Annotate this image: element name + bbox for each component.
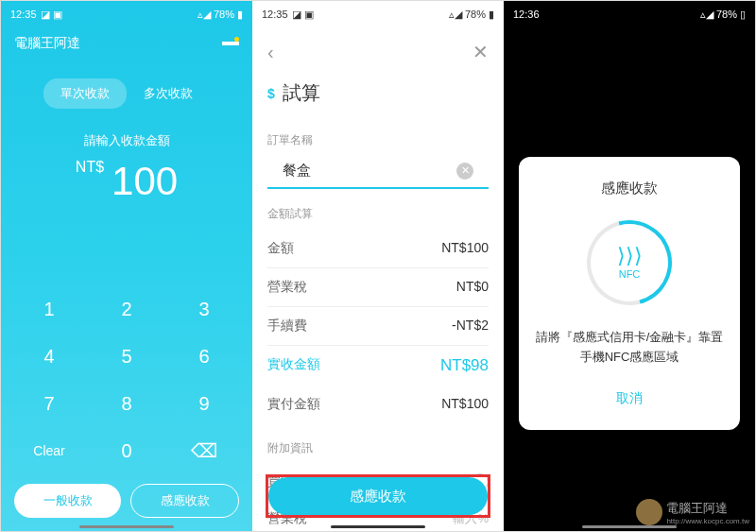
nav-bar[interactable] — [582, 525, 677, 528]
nfc-waves-icon: ⟩⟩⟩ — [617, 246, 643, 266]
row-tax: 營業稅NT$0 — [252, 268, 504, 306]
wifi-icon: ▵◢ — [700, 9, 713, 21]
status-bar: 12:35◪ ▣ ▵◢78%▮ — [252, 1, 504, 27]
key-6[interactable]: 6 — [165, 333, 243, 380]
order-name-value: 餐盒 — [283, 162, 311, 180]
watermark: 電腦王阿達 http://www.kocpc.com.tw — [636, 499, 749, 525]
wifi-icon: ▵◢ — [198, 9, 211, 21]
row-fee: 手續費-NT$2 — [252, 307, 504, 345]
status-time: 12:36 — [513, 9, 540, 20]
status-bar: 12:36 ▵◢78%▯ — [504, 1, 755, 27]
clear-input-icon[interactable]: ✕ — [456, 163, 473, 180]
nav-bar[interactable] — [79, 525, 174, 528]
tab-multi-payment[interactable]: 多次收款 — [127, 78, 210, 109]
dialog-title: 感應收款 — [534, 180, 725, 197]
key-9[interactable]: 9 — [165, 380, 243, 427]
watermark-brand: 電腦王阿達 — [666, 500, 749, 517]
status-indicator-icon: ◪ ▣ — [292, 9, 314, 21]
key-7[interactable]: 7 — [10, 380, 88, 427]
nfc-payment-submit-button[interactable]: 感應收款 — [268, 477, 488, 515]
watermark-logo-icon — [636, 499, 662, 525]
key-2[interactable]: 2 — [88, 285, 165, 333]
close-icon[interactable]: ✕ — [472, 41, 489, 63]
phone-nfc-dialog: 12:36 ▵◢78%▯ 感應收款 ⟩⟩⟩ NFC 請將『感應式信用卡/金融卡』… — [504, 1, 755, 531]
page-title-row: $ 試算 — [252, 77, 504, 121]
wifi-icon: ▵◢ — [449, 9, 462, 21]
normal-payment-button[interactable]: 一般收款 — [14, 484, 121, 518]
battery-icon: ▮ — [237, 9, 243, 21]
menu-icon[interactable] — [222, 42, 239, 45]
battery-icon: ▮ — [489, 9, 494, 21]
currency-label: NT$ — [76, 159, 104, 175]
dollar-icon: $ — [267, 86, 275, 101]
nfc-payment-button[interactable]: 感應收款 — [130, 484, 239, 518]
page-title: 試算 — [283, 80, 320, 106]
status-indicator-icon: ◪ ▣ — [41, 9, 62, 21]
back-icon[interactable]: ‹ — [267, 42, 274, 63]
row-amount: 金額NT$100 — [252, 230, 504, 267]
key-backspace[interactable]: ⌫ — [165, 427, 243, 474]
app-title: 電腦王阿達 — [14, 35, 80, 52]
calculation-label: 金額試算 — [252, 189, 504, 230]
key-8[interactable]: 8 — [88, 380, 165, 427]
submit-highlight: 感應收款 — [266, 474, 490, 518]
key-3[interactable]: 3 — [165, 285, 243, 333]
battery-text: 78% — [214, 9, 234, 20]
battery-text: 78% — [465, 9, 486, 20]
amount-value: 100 — [112, 159, 178, 203]
key-0[interactable]: 0 — [88, 427, 165, 474]
addon-label: 附加資訊 — [252, 423, 504, 464]
cancel-button[interactable]: 取消 — [534, 390, 725, 407]
numeric-keypad: 1 2 3 4 5 6 7 8 9 Clear 0 ⌫ — [1, 285, 252, 474]
phone-calculation: 12:35◪ ▣ ▵◢78%▮ ‹ ✕ $ 試算 訂單名稱 餐盒 ✕ 金額試算 … — [252, 1, 504, 531]
app-header: 電腦王阿達 — [1, 27, 252, 60]
tab-single-payment[interactable]: 單次收款 — [43, 78, 127, 109]
mode-tabs: 單次收款 多次收款 — [1, 78, 252, 109]
nfc-label: NFC — [619, 268, 641, 280]
amount-display: NT$100 — [1, 159, 252, 204]
row-actual-paid: 實付金額NT$100 — [252, 386, 504, 423]
status-bar: 12:35◪ ▣ ▵◢78%▮ — [1, 1, 252, 27]
watermark-url: http://www.kocpc.com.tw — [666, 517, 749, 525]
phone-payment-entry: 12:35◪ ▣ ▵◢78%▮ 電腦王阿達 單次收款 多次收款 請輸入收款金額 … — [1, 1, 252, 531]
order-name-label: 訂單名稱 — [252, 121, 504, 154]
battery-icon: ▯ — [740, 9, 746, 21]
status-time: 12:35 — [10, 9, 37, 20]
key-5[interactable]: 5 — [88, 333, 165, 380]
key-1[interactable]: 1 — [10, 285, 88, 333]
nfc-dialog: 感應收款 ⟩⟩⟩ NFC 請將『感應式信用卡/金融卡』靠置 手機NFC感應區域 … — [519, 157, 740, 430]
nfc-progress-icon: ⟩⟩⟩ NFC — [587, 220, 672, 305]
status-time: 12:35 — [262, 9, 288, 20]
page-header: ‹ ✕ — [252, 27, 504, 77]
amount-label: 請輸入收款金額 — [1, 132, 252, 149]
row-actual-received: 實收金額NT$98 — [252, 346, 504, 386]
dialog-message: 請將『感應式信用卡/金融卡』靠置 手機NFC感應區域 — [534, 328, 725, 368]
payment-buttons: 一般收款 感應收款 — [1, 484, 252, 518]
order-name-input[interactable]: 餐盒 ✕ — [267, 154, 489, 189]
nav-bar[interactable] — [331, 525, 425, 528]
battery-text: 78% — [716, 9, 737, 20]
key-4[interactable]: 4 — [10, 333, 88, 380]
key-clear[interactable]: Clear — [10, 427, 88, 474]
